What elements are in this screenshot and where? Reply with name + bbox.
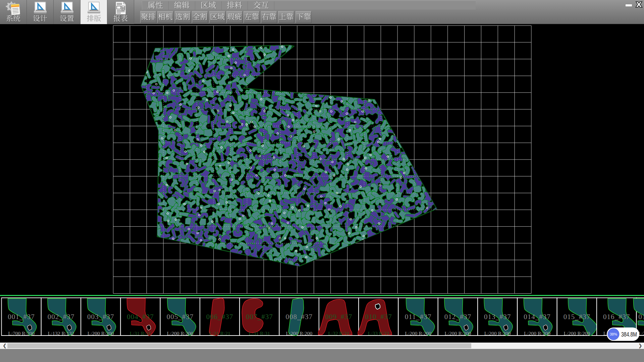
svg-text:L:31 R:31: L:31 R:31 bbox=[249, 330, 270, 336]
svg-text:005_#37: 005_#37 bbox=[167, 313, 194, 321]
svg-text:008_#37: 008_#37 bbox=[286, 313, 313, 321]
svg-text:015_#37: 015_#37 bbox=[564, 313, 591, 321]
svg-text:014_#37: 014_#37 bbox=[524, 313, 551, 321]
svg-text:011_#37: 011_#37 bbox=[405, 313, 432, 321]
svg-text:L:21 R:21: L:21 R:21 bbox=[209, 330, 230, 336]
svg-text:L:200 R:200: L:200 R:200 bbox=[524, 330, 550, 336]
svg-text:L:200 R:200: L:200 R:200 bbox=[484, 330, 511, 336]
svg-text:L:31 R:31: L:31 R:31 bbox=[130, 330, 151, 336]
svg-text:010_#37: 010_#37 bbox=[365, 313, 392, 321]
svg-text:L:132 R:132: L:132 R:132 bbox=[48, 330, 74, 336]
svg-text:006_#37: 006_#37 bbox=[206, 313, 233, 321]
svg-text:004_#37: 004_#37 bbox=[127, 313, 154, 321]
svg-text:L:200 R:200: L:200 R:200 bbox=[88, 330, 114, 336]
svg-text:L:200 R:200: L:200 R:200 bbox=[286, 330, 312, 336]
svg-text:003_#37: 003_#37 bbox=[87, 313, 114, 321]
svg-text:38%: 38% bbox=[610, 332, 617, 336]
svg-text:017_#37: 017_#37 bbox=[638, 313, 644, 321]
svg-text:013_#37: 013_#37 bbox=[484, 313, 511, 321]
svg-text:009_#37: 009_#37 bbox=[325, 313, 353, 321]
svg-text:012_#37: 012_#37 bbox=[444, 313, 472, 321]
svg-text:016_#37: 016_#37 bbox=[603, 313, 630, 321]
svg-text:L:200 R:200: L:200 R:200 bbox=[167, 330, 194, 336]
svg-text:L:32 R:31: L:32 R:31 bbox=[328, 330, 349, 336]
svg-text:384.8M: 384.8M bbox=[621, 331, 637, 338]
svg-text:L:200 R:200: L:200 R:200 bbox=[564, 330, 590, 336]
svg-text:L:700 R:700: L:700 R:700 bbox=[8, 330, 35, 336]
svg-text:L:200 R:200: L:200 R:200 bbox=[405, 330, 431, 336]
svg-text:L:200 R:200: L:200 R:200 bbox=[445, 330, 471, 336]
svg-text:001_#37: 001_#37 bbox=[8, 313, 35, 321]
svg-text:L:33 R:33: L:33 R:33 bbox=[368, 330, 389, 336]
svg-text:002_#37: 002_#37 bbox=[48, 313, 75, 321]
svg-text:007_#37: 007_#37 bbox=[246, 313, 273, 321]
